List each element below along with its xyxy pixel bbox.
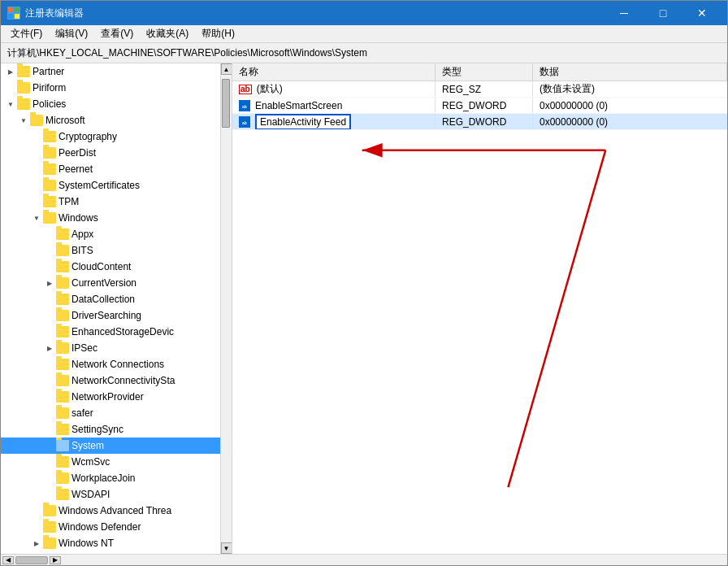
tree-label: Windows Defender (58, 521, 141, 533)
table-row[interactable]: ab EnableActivity Feed REG_DWORD 0x00000… (232, 114, 727, 130)
folder-icon (17, 82, 30, 94)
tree-item-bits[interactable]: BITS (1, 242, 220, 259)
tree-item-wsdapi[interactable]: WSDAPI (1, 486, 220, 503)
tree-item-networkprovider[interactable]: NetworkProvider (1, 389, 220, 405)
tree-item-ipsec[interactable]: ▶ IPSec (1, 340, 220, 356)
expander-icon (43, 488, 56, 501)
tree-item-enhancedstorage[interactable]: EnhancedStorageDevic (1, 324, 220, 340)
folder-icon (56, 424, 69, 435)
tree-item-networkconnections[interactable]: Network Connections (1, 356, 220, 372)
reg-dword-icon-2: ab (239, 116, 250, 128)
maximize-button[interactable]: □ (644, 1, 682, 25)
col-header-data[interactable]: 数据 (533, 63, 727, 81)
tree-item-workplacejoin[interactable]: WorkplaceJoin (1, 470, 220, 486)
tree-item-windows[interactable]: ▼ Windows (1, 210, 220, 226)
row-type-smartscreen: REG_DWORD (436, 98, 533, 113)
tree-item-piriform[interactable]: Piriform (1, 80, 220, 96)
folder-icon (43, 180, 56, 191)
tree-item-safer[interactable]: safer (1, 405, 220, 421)
expander-icon (43, 423, 56, 436)
expander-icon (30, 146, 43, 159)
tree-label: safer (72, 407, 93, 419)
menu-edit[interactable]: 编辑(V) (49, 25, 94, 42)
tree-item-appx[interactable]: Appx (1, 226, 220, 242)
tree-item-systemcerts[interactable]: SystemCertificates (1, 177, 220, 194)
tree-item-driversearching[interactable]: DriverSearching (1, 307, 220, 324)
tree-item-policies[interactable]: ▼ Policies (1, 96, 220, 112)
hscroll-right-btn[interactable]: ▶ (50, 556, 61, 564)
tree-item-system[interactable]: System (1, 438, 220, 454)
expander-icon (43, 358, 56, 371)
folder-icon (56, 359, 69, 370)
tree-item-windowsnt[interactable]: ▶ Windows NT (1, 535, 220, 551)
expander-icon (43, 390, 56, 403)
folder-icon (56, 229, 69, 240)
detail-pane: 名称 类型 数据 ab (默认) REG_SZ (数值未设置) ab (232, 63, 727, 554)
menu-help[interactable]: 帮助(H) (195, 25, 241, 42)
tree-item-winadvthreat[interactable]: Windows Advanced Threa (1, 503, 220, 519)
tree-label: NetworkProvider (72, 391, 144, 403)
menu-file[interactable]: 文件(F) (4, 25, 49, 42)
tree-label: EnhancedStorageDevic (72, 326, 174, 337)
hscroll-thumb[interactable] (15, 556, 48, 564)
tree-label: Partner (32, 66, 64, 77)
folder-icon (56, 342, 69, 354)
row-name-activityfeed: ab EnableActivity Feed (232, 114, 436, 129)
vscroll-track[interactable] (221, 75, 232, 542)
svg-rect-1 (15, 7, 20, 12)
tree-label: Piriform (32, 82, 66, 94)
folder-icon (56, 294, 69, 305)
minimize-button[interactable]: ─ (605, 1, 643, 25)
expander-icon (30, 504, 43, 517)
close-button[interactable]: ✕ (683, 1, 721, 25)
svg-rect-3 (15, 14, 20, 19)
expander-icon (43, 228, 56, 241)
expander-icon (30, 195, 43, 208)
table-row[interactable]: ab (默认) REG_SZ (数值未设置) (232, 81, 727, 98)
tree-label: System (72, 440, 104, 451)
svg-rect-2 (8, 14, 13, 19)
folder-icon (43, 505, 56, 516)
tree-item-wcmsvc[interactable]: WcmSvc (1, 454, 220, 470)
tree-item-settingsync[interactable]: SettingSync (1, 421, 220, 438)
tree-item-cloudcontent[interactable]: CloudContent (1, 259, 220, 275)
edit-field[interactable]: EnableActivity Feed (255, 114, 351, 129)
col-header-name[interactable]: 名称 (232, 63, 436, 81)
hscroll-left-btn[interactable]: ◀ (2, 556, 14, 564)
expander-icon (4, 81, 17, 94)
reg-sz-icon: ab (239, 85, 252, 94)
tree-item-networkconnectivitysta[interactable]: NetworkConnectivitySta (1, 372, 220, 389)
scroll-down-btn[interactable]: ▼ (221, 542, 232, 554)
folder-icon (56, 310, 69, 321)
vscroll-thumb[interactable] (222, 79, 230, 128)
expander-icon (30, 130, 43, 143)
tree-item-cryptography[interactable]: Cryptography (1, 128, 220, 145)
tree-item-windefender[interactable]: Windows Defender (1, 519, 220, 535)
menu-view[interactable]: 查看(V) (94, 25, 140, 42)
menu-favorites[interactable]: 收藏夹(A) (140, 25, 195, 42)
row-data-smartscreen: 0x00000000 (0) (533, 98, 727, 113)
col-header-type[interactable]: 类型 (436, 63, 533, 81)
tree-item-peernet[interactable]: Peernet (1, 161, 220, 177)
tree-item-datacollection[interactable]: DataCollection (1, 291, 220, 307)
expander-icon (43, 244, 56, 257)
tree-label: CloudContent (72, 261, 131, 272)
tree-label: Policies (32, 98, 66, 110)
expander-icon (43, 439, 56, 452)
tree-item-microsoft[interactable]: ▼ Microsoft (1, 112, 220, 128)
tree-vscroll[interactable]: ▲ ▼ (220, 63, 232, 554)
tree-label: Windows Advanced Threa (58, 505, 171, 516)
expander-icon (30, 520, 43, 533)
scroll-up-btn[interactable]: ▲ (221, 63, 232, 75)
tree-item-partner[interactable]: ▶ Partner (1, 63, 220, 80)
expander-icon: ▼ (17, 114, 30, 127)
tree-item-currentversion[interactable]: ▶ CurrentVersion (1, 275, 220, 291)
expander-icon (30, 179, 43, 192)
tree-item-peerdist[interactable]: PeerDist (1, 145, 220, 161)
folder-icon (17, 98, 30, 110)
table-row[interactable]: ab EnableSmartScreen REG_DWORD 0x0000000… (232, 98, 727, 114)
expander-icon (43, 325, 56, 338)
svg-text:ab: ab (242, 103, 247, 108)
tree-item-tpm[interactable]: TPM (1, 194, 220, 210)
app-title: 注册表编辑器 (25, 7, 84, 20)
